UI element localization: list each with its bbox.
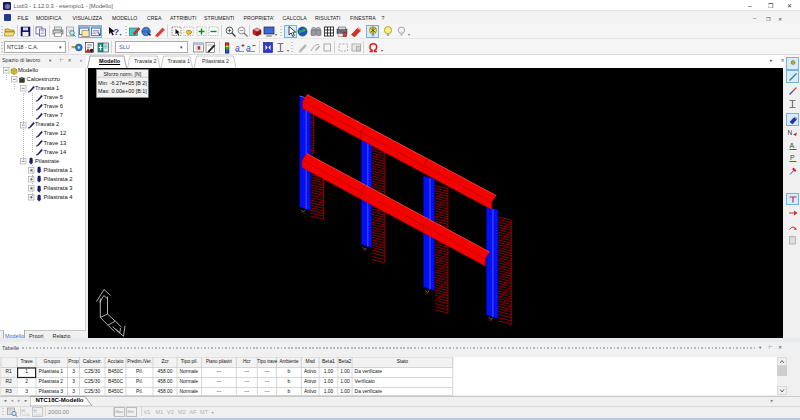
- svg-text:P: P: [790, 154, 795, 161]
- svg-text:H: H: [33, 409, 36, 414]
- svg-text:H: H: [22, 409, 25, 414]
- svg-text:a: a: [235, 43, 240, 53]
- svg-text:a: a: [246, 43, 251, 53]
- svg-text:N: N: [788, 129, 793, 136]
- svg-text:?: ?: [113, 27, 119, 37]
- svg-text:A: A: [789, 142, 794, 149]
